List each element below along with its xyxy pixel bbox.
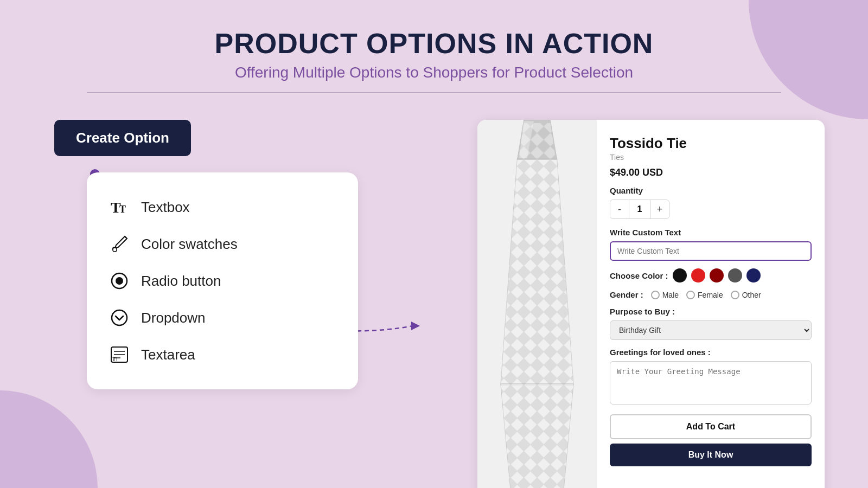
gender-female-option[interactable]: Female: [686, 291, 723, 299]
quantity-plus-button[interactable]: +: [650, 200, 669, 219]
menu-item-textbox[interactable]: T T Textbox: [108, 189, 336, 226]
color-swatch-black[interactable]: [673, 268, 687, 282]
purpose-label: Purpose to Buy :: [610, 307, 812, 316]
purpose-select[interactable]: Birthday Gift Anniversary Wedding Other: [610, 320, 812, 340]
page-header: PRODUCT OPTIONS IN ACTION Offering Multi…: [0, 0, 868, 104]
svg-rect-8: [113, 248, 117, 252]
gender-row: Gender : Male Female Other: [610, 290, 812, 299]
gender-other-label: Other: [742, 291, 761, 299]
quantity-minus-button[interactable]: -: [610, 200, 629, 219]
product-price: $49.00 USD: [610, 167, 812, 178]
svg-point-10: [116, 277, 123, 285]
gender-male-label: Male: [662, 291, 679, 299]
gender-other-radio[interactable]: [731, 291, 739, 299]
gender-female-radio[interactable]: [686, 291, 695, 299]
product-image-area: [477, 120, 597, 488]
quantity-value: 1: [629, 200, 650, 219]
greeting-textarea[interactable]: [610, 361, 812, 404]
header-divider: [87, 92, 781, 93]
gender-other-option[interactable]: Other: [731, 291, 761, 299]
product-image: [477, 120, 597, 488]
svg-text:T: T: [112, 356, 116, 362]
gender-male-option[interactable]: Male: [651, 291, 679, 299]
textbox-icon: T T: [108, 196, 130, 218]
gender-male-radio[interactable]: [651, 291, 660, 299]
textarea-label: Textarea: [141, 346, 195, 363]
color-swatches-label: Color swatches: [141, 236, 238, 253]
color-swatch-red[interactable]: [691, 268, 705, 282]
svg-point-11: [112, 310, 127, 325]
color-swatch-dark-red[interactable]: [710, 268, 724, 282]
textarea-icon: T I: [108, 344, 130, 365]
choose-color-label: Choose Color :: [610, 271, 668, 280]
dropdown-icon: [108, 307, 130, 329]
menu-item-dropdown[interactable]: Dropdown: [108, 299, 336, 336]
product-card: Tossido Tie Ties $49.00 USD Quantity - 1…: [477, 120, 825, 488]
create-option-button[interactable]: Create Option: [54, 120, 191, 156]
dropdown-label: Dropdown: [141, 310, 206, 326]
page-title: PRODUCT OPTIONS IN ACTION: [0, 27, 868, 60]
color-swatch-navy[interactable]: [746, 268, 761, 282]
page-subtitle: Offering Multiple Options to Shoppers fo…: [0, 64, 868, 81]
add-to-cart-button[interactable]: Add To Cart: [610, 414, 812, 439]
radio-button-label: Radio button: [141, 273, 221, 290]
svg-marker-22: [501, 383, 573, 488]
product-name: Tossido Tie: [610, 135, 812, 152]
product-category: Ties: [610, 153, 812, 162]
options-menu-card: T T Textbox Color swatches: [87, 172, 358, 389]
custom-text-label: Write Custom Text: [610, 228, 812, 237]
menu-item-textarea[interactable]: T I Textarea: [108, 336, 336, 373]
svg-marker-21: [501, 158, 573, 385]
menu-item-color-swatches[interactable]: Color swatches: [108, 226, 336, 262]
main-content: Create Option T T: [0, 104, 868, 488]
eyedropper-icon: [108, 233, 130, 255]
textbox-label: Textbox: [141, 199, 190, 216]
quantity-label: Quantity: [610, 186, 812, 195]
left-panel: Create Option T T: [43, 120, 380, 389]
radio-icon: [108, 270, 130, 292]
greeting-label: Greetings for loved ones :: [610, 348, 812, 357]
gender-female-label: Female: [698, 291, 723, 299]
color-swatch-gray[interactable]: [728, 268, 742, 282]
svg-marker-3: [411, 322, 420, 330]
product-details: Tossido Tie Ties $49.00 USD Quantity - 1…: [597, 120, 825, 488]
menu-item-radio-button[interactable]: Radio button: [108, 262, 336, 299]
gender-label: Gender :: [610, 290, 643, 299]
color-row: Choose Color :: [610, 268, 812, 282]
custom-text-input[interactable]: [610, 241, 812, 261]
quantity-control: - 1 +: [610, 200, 669, 219]
svg-text:T: T: [119, 204, 126, 215]
buy-now-button[interactable]: Buy It Now: [610, 444, 812, 466]
svg-text:I: I: [116, 356, 118, 362]
